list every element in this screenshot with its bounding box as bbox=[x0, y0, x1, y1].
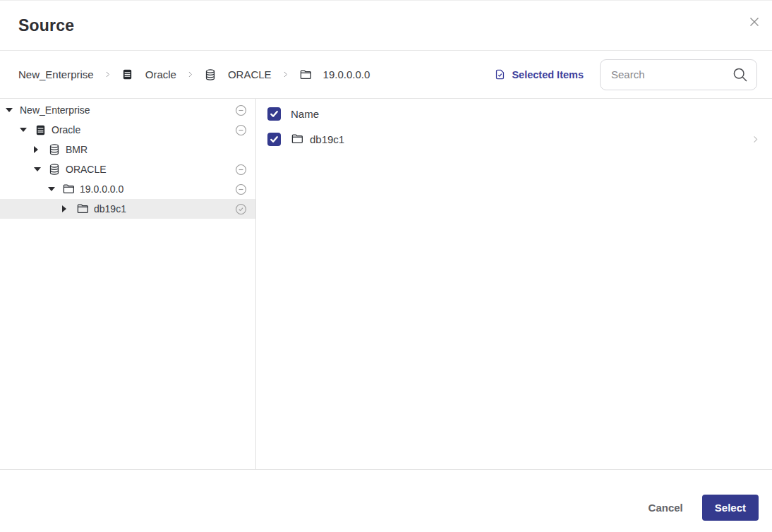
folder-icon bbox=[299, 68, 312, 81]
breadcrumb: New_Enterprise Oracle ORACLE bbox=[18, 68, 370, 81]
row-checkbox[interactable] bbox=[267, 133, 281, 146]
chevron-right-icon bbox=[103, 70, 112, 79]
chevron-right-icon bbox=[281, 70, 290, 79]
dialog-header: Source bbox=[0, 1, 772, 51]
chevron-right-icon bbox=[186, 70, 195, 79]
breadcrumb-item-19-0-0-0-0[interactable]: 19.0.0.0.0 bbox=[299, 68, 370, 81]
list-item-label: db19c1 bbox=[310, 133, 344, 145]
breadcrumb-item-oracle[interactable]: Oracle bbox=[121, 68, 176, 81]
close-icon bbox=[749, 16, 760, 28]
cancel-button[interactable]: Cancel bbox=[649, 502, 683, 514]
caret-right-icon[interactable] bbox=[34, 146, 48, 153]
minus-circle-icon[interactable] bbox=[235, 164, 247, 176]
dialog-footer: Cancel Select bbox=[0, 469, 772, 532]
tree-item-bmr[interactable]: BMR bbox=[0, 140, 255, 159]
breadcrumb-item-oracle-db[interactable]: ORACLE bbox=[204, 68, 272, 81]
minus-circle-icon[interactable] bbox=[235, 124, 247, 136]
tree-item-19-0-0-0-0[interactable]: 19.0.0.0.0 bbox=[0, 179, 255, 199]
tree-item-label: Oracle bbox=[52, 124, 80, 135]
list-item-db19c1[interactable]: db19c1 bbox=[256, 126, 772, 152]
breadcrumb-item-new-enterprise[interactable]: New_Enterprise bbox=[18, 68, 94, 80]
search-box bbox=[600, 59, 757, 90]
breadcrumb-label: 19.0.0.0.0 bbox=[323, 68, 370, 80]
folder-icon bbox=[291, 133, 303, 145]
list-header-row: Name bbox=[256, 101, 772, 126]
selected-items-label: Selected Items bbox=[512, 69, 584, 80]
caret-down-icon[interactable] bbox=[48, 187, 62, 191]
tree-item-oracle-db[interactable]: ORACLE bbox=[0, 159, 255, 179]
tree-item-oracle[interactable]: Oracle bbox=[0, 120, 255, 140]
source-dialog: Source New_Enterprise Oracle bbox=[0, 0, 772, 532]
table-icon bbox=[34, 123, 47, 136]
toolbar: New_Enterprise Oracle ORACLE bbox=[0, 51, 772, 99]
search-icon[interactable] bbox=[732, 66, 749, 86]
caret-down-icon[interactable] bbox=[34, 167, 48, 171]
database-icon bbox=[204, 68, 217, 81]
database-icon bbox=[48, 163, 61, 176]
select-all-checkbox[interactable] bbox=[267, 107, 281, 121]
caret-down-icon[interactable] bbox=[20, 128, 34, 132]
toolbar-right: Selected Items bbox=[494, 59, 757, 90]
tree-item-label: New_Enterprise bbox=[20, 104, 90, 116]
selected-items-button[interactable]: Selected Items bbox=[494, 68, 584, 80]
tree-item-label: 19.0.0.0.0 bbox=[80, 183, 123, 195]
database-icon bbox=[48, 143, 61, 156]
dialog-title: Source bbox=[18, 16, 74, 35]
tree-item-new-enterprise[interactable]: New_Enterprise bbox=[0, 100, 255, 120]
tree-item-label: ORACLE bbox=[66, 164, 107, 175]
tree-item-label: db19c1 bbox=[94, 203, 126, 214]
breadcrumb-label: New_Enterprise bbox=[18, 68, 94, 80]
table-icon bbox=[121, 68, 134, 81]
dialog-body: New_Enterprise Oracle bbox=[0, 99, 772, 469]
caret-down-icon[interactable] bbox=[6, 108, 20, 112]
breadcrumb-label: ORACLE bbox=[228, 68, 272, 80]
caret-right-icon[interactable] bbox=[62, 205, 76, 212]
check-circle-icon[interactable] bbox=[235, 203, 247, 215]
tree-item-label: BMR bbox=[66, 144, 88, 155]
select-button[interactable]: Select bbox=[702, 495, 759, 521]
breadcrumb-label: Oracle bbox=[145, 68, 176, 80]
source-tree: New_Enterprise Oracle bbox=[0, 99, 256, 469]
minus-circle-icon[interactable] bbox=[235, 183, 247, 195]
document-check-icon bbox=[494, 68, 506, 80]
minus-circle-icon[interactable] bbox=[235, 104, 247, 116]
selected-items-list: Name db19c1 bbox=[256, 99, 772, 469]
tree-item-db19c1[interactable]: db19c1 bbox=[0, 199, 255, 219]
folder-icon bbox=[76, 202, 89, 215]
folder-icon bbox=[62, 183, 75, 195]
chevron-right-icon[interactable] bbox=[750, 134, 761, 145]
list-header-label: Name bbox=[291, 108, 319, 120]
close-button[interactable] bbox=[745, 13, 764, 31]
